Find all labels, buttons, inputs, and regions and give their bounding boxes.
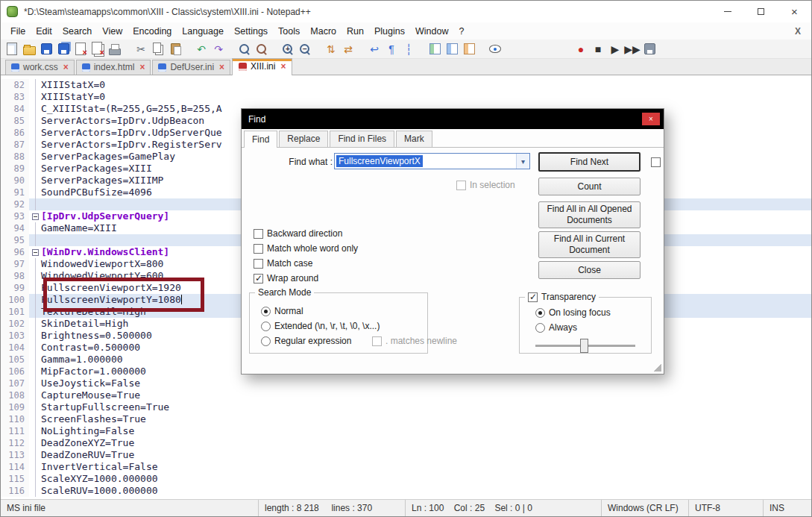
fold-margin[interactable] (29, 485, 41, 497)
line-text[interactable]: CaptureMouse=True (41, 389, 140, 401)
fold-margin[interactable] (29, 413, 41, 425)
transparency-slider[interactable] (535, 339, 635, 353)
fold-margin[interactable] (29, 258, 41, 270)
line-number[interactable]: 95 (1, 234, 29, 246)
menu-help[interactable]: ? (453, 24, 469, 39)
menu-encoding[interactable]: Encoding (128, 24, 177, 39)
line-text[interactable]: FullscreenViewportY=1080 (41, 294, 181, 306)
fold-margin[interactable] (29, 437, 41, 449)
line-text[interactable]: MipFactor=1.000000 (41, 366, 146, 377)
word-wrap-icon[interactable]: ↩ (367, 42, 382, 57)
fold-margin[interactable] (29, 354, 41, 366)
line-number[interactable]: 94 (1, 222, 29, 234)
line-number[interactable]: 83 (1, 91, 29, 103)
transparency-on-losing-focus-radio[interactable]: On losing focus (535, 307, 611, 318)
line-number[interactable]: 87 (1, 139, 29, 151)
line-text[interactable]: FullscreenViewportX=1920 (41, 282, 181, 294)
menu-plugins[interactable]: Plugins (369, 24, 410, 39)
count-button[interactable]: Count (538, 178, 641, 195)
transparency-checkbox[interactable]: Transparency (525, 292, 599, 302)
in-selection-checkbox[interactable]: In selection (456, 180, 515, 190)
fold-margin[interactable] (29, 79, 41, 91)
new-file-icon[interactable] (4, 42, 19, 57)
search-mode-normal-radio[interactable]: Normal (261, 306, 303, 316)
search-mode-regex-radio[interactable]: Regular expression (261, 336, 351, 346)
record-macro-icon[interactable]: ● (573, 42, 588, 57)
fold-margin[interactable] (29, 425, 41, 437)
run-macro-multiple-icon[interactable]: ▶▶ (625, 42, 640, 57)
redo-icon[interactable]: ↷ (211, 42, 226, 57)
line-number[interactable]: 92 (1, 198, 29, 210)
fold-margin[interactable] (29, 366, 41, 377)
transparency-always-radio[interactable]: Always (535, 322, 577, 333)
tab-close-icon[interactable]: × (63, 63, 69, 72)
line-number[interactable]: 104 (1, 342, 29, 354)
save-all-icon[interactable] (56, 42, 71, 57)
line-text[interactable]: StartupFullscreen=True (41, 401, 169, 413)
line-number[interactable]: 108 (1, 389, 29, 401)
line-number[interactable]: 96 (1, 246, 29, 258)
line-number[interactable]: 114 (1, 461, 29, 473)
open-file-icon[interactable] (22, 42, 37, 57)
zoom-out-icon[interactable]: − (298, 42, 312, 57)
find-next-button[interactable]: Find Next (538, 152, 641, 172)
line-number[interactable]: 103 (1, 330, 29, 342)
tab-close-icon[interactable]: × (139, 63, 145, 72)
line-text[interactable]: TextureDetail=High (41, 306, 146, 318)
line-text[interactable]: DeadZoneXYZ=True (41, 437, 134, 449)
fold-margin[interactable] (29, 175, 41, 187)
play-macro-icon[interactable]: ▶ (608, 42, 623, 57)
tab-close-icon[interactable]: × (280, 62, 286, 71)
maximize-button[interactable] (744, 1, 778, 22)
line-text[interactable]: [WinDrv.WindowsClient] (41, 246, 169, 258)
line-number[interactable]: 86 (1, 127, 29, 139)
line-number[interactable]: 88 (1, 151, 29, 163)
menu-edit[interactable]: Edit (31, 24, 57, 39)
line-text[interactable]: Brightness=0.500000 (41, 330, 152, 342)
line-number[interactable]: 82 (1, 79, 29, 91)
close-document-button[interactable]: X (790, 26, 811, 37)
line-number[interactable]: 115 (1, 473, 29, 485)
menu-macro[interactable]: Macro (305, 24, 342, 39)
line-number[interactable]: 98 (1, 270, 29, 282)
wrap-around-checkbox[interactable]: Wrap around (254, 273, 318, 283)
save-icon[interactable] (39, 42, 54, 57)
line-number[interactable]: 93 (1, 210, 29, 222)
line-text[interactable]: ScreenFlashes=True (41, 413, 146, 425)
line-text[interactable]: DeadZoneRUV=True (41, 449, 134, 461)
find-all-opened-button[interactable]: Find All in All Opened Documents (538, 201, 641, 228)
line-number[interactable]: 111 (1, 425, 29, 437)
line-text[interactable]: UseJoystick=False (41, 377, 140, 389)
line-text[interactable]: ServerPackages=GamePlay (41, 151, 175, 163)
fold-margin[interactable] (29, 306, 41, 318)
close-all-files-icon[interactable] (90, 42, 105, 57)
matches-newline-checkbox[interactable]: . matches newline (372, 336, 457, 346)
fold-margin[interactable] (29, 139, 41, 151)
tab-index-html[interactable]: index.html× (76, 60, 151, 75)
line-text[interactable]: C_XIIIStat=(R=255,G=255,B=255,A (41, 103, 222, 115)
fold-margin[interactable] (29, 377, 41, 389)
line-text[interactable]: WindowedViewportX=800 (41, 258, 163, 270)
fold-margin[interactable] (29, 449, 41, 461)
line-number[interactable]: 105 (1, 354, 29, 366)
line-text[interactable]: ServerActors=IpDrv.UdpServerQue (41, 127, 222, 139)
cut-icon[interactable]: ✂ (133, 42, 148, 57)
find-all-current-button[interactable]: Find All in Current Document (538, 231, 641, 258)
fold-margin[interactable] (29, 342, 41, 354)
line-text[interactable]: Contrast=0.500000 (41, 342, 140, 354)
line-number[interactable]: 85 (1, 115, 29, 127)
line-number[interactable]: 110 (1, 413, 29, 425)
line-text[interactable]: ServerPackages=XIII (41, 163, 152, 175)
fold-margin[interactable] (29, 270, 41, 282)
fold-margin[interactable] (29, 234, 41, 246)
undo-icon[interactable]: ↶ (194, 42, 209, 57)
line-text[interactable]: GameName=XIII (41, 222, 117, 234)
find-icon[interactable] (237, 42, 252, 57)
show-indent-guide-icon[interactable]: ┆ (401, 42, 416, 57)
fold-margin[interactable] (29, 103, 41, 115)
line-number[interactable]: 84 (1, 103, 29, 115)
line-number[interactable]: 90 (1, 175, 29, 187)
fold-margin[interactable] (29, 187, 41, 198)
line-text[interactable]: WindowedViewportY=600 (41, 270, 163, 282)
line-text[interactable]: ScaleRUV=1000.000000 (41, 485, 158, 497)
